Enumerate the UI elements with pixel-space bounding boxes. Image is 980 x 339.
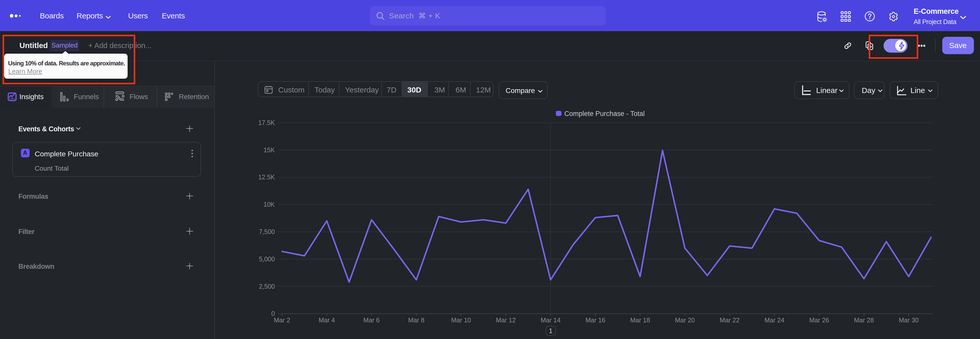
svg-text:2,500: 2,500 (259, 283, 275, 290)
svg-text:Mar 30: Mar 30 (899, 317, 919, 324)
svg-text:Mar 12: Mar 12 (496, 317, 516, 324)
svg-text:Mar 24: Mar 24 (764, 317, 784, 324)
svg-text:Mar 28: Mar 28 (854, 317, 874, 324)
svg-text:10K: 10K (264, 201, 275, 208)
svg-text:Mar 6: Mar 6 (363, 317, 380, 324)
svg-text:Mar 26: Mar 26 (809, 317, 829, 324)
svg-text:Mar 20: Mar 20 (675, 317, 695, 324)
svg-text:0: 0 (271, 310, 275, 317)
svg-text:15K: 15K (264, 146, 275, 154)
svg-text:Mar 2: Mar 2 (274, 317, 290, 324)
svg-text:Mar 10: Mar 10 (451, 317, 471, 324)
svg-text:12.5K: 12.5K (258, 173, 275, 181)
svg-text:Mar 14: Mar 14 (541, 317, 560, 324)
svg-text:Mar 22: Mar 22 (720, 317, 740, 324)
svg-text:Mar 8: Mar 8 (408, 317, 425, 324)
svg-text:Mar 4: Mar 4 (318, 317, 335, 324)
svg-text:7,500: 7,500 (259, 228, 275, 235)
svg-text:Mar 18: Mar 18 (630, 317, 650, 324)
svg-text:17.5K: 17.5K (258, 119, 275, 126)
svg-text:Mar 16: Mar 16 (585, 317, 605, 324)
svg-text:5,000: 5,000 (259, 256, 275, 262)
